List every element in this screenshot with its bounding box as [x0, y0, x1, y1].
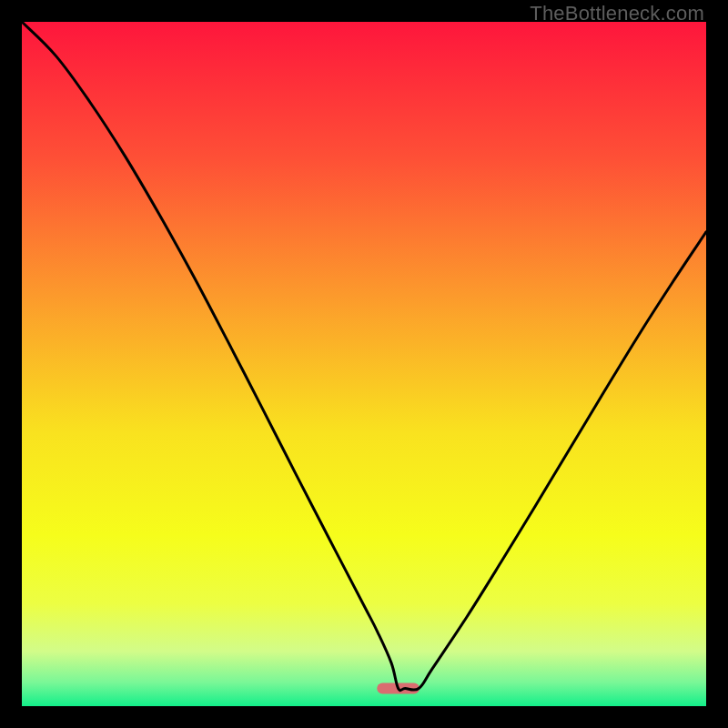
bottleneck-chart — [22, 22, 706, 706]
chart-frame — [22, 22, 706, 706]
